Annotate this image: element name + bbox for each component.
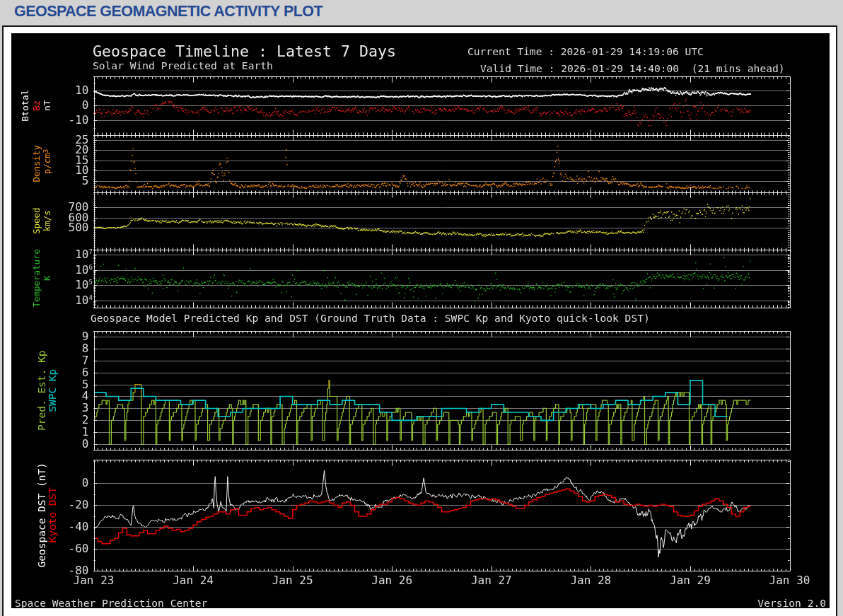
axis-label-km-s: km/s: [42, 210, 52, 231]
y-tick-label: 105: [40, 279, 89, 291]
y-tick-label: -10: [40, 115, 89, 126]
axis-label-temperature: Temperature: [33, 249, 42, 308]
x-tick-label: Jan 23: [62, 575, 126, 586]
plot-subtitle: Solar Wind Predicted at Earth: [93, 60, 273, 71]
x-tick-label: Jan 24: [161, 575, 225, 586]
y-tick-label: 106: [40, 265, 89, 276]
x-tick-label: Jan 27: [460, 575, 523, 586]
y-tick-label: 0: [40, 438, 89, 450]
x-tick-label: Jan 26: [360, 575, 424, 586]
plot-title: Geospace Timeline : Latest 7 Days: [93, 43, 396, 60]
page: {"page":{"header_title":"GEOSPACE GEOMAG…: [0, 0, 843, 616]
axis-label-p-cm-: p/cm3: [42, 153, 52, 174]
axis-label-bz: Bz: [33, 100, 42, 111]
y-tick-label: 10: [40, 85, 89, 96]
valid-time: Valid Time : 2026-01-29 14:40:00 (21 min…: [480, 63, 785, 74]
content-box: Geospace Timeline : Latest 7 Days Solar …: [2, 25, 837, 616]
axis-label-swpc-kp: SWPC Kp: [47, 368, 58, 412]
current-time: Current Time : 2026-01-29 14:19:06 UTC: [467, 46, 704, 57]
geospace-plot: Geospace Timeline : Latest 7 Days Solar …: [11, 33, 830, 608]
axis-label-pred-est-kp: Pred. Est. Kp: [37, 350, 47, 431]
x-tick-label: Jan 29: [658, 575, 722, 586]
page-title: GEOSPACE GEOMAGNETIC ACTIVITY PLOT: [14, 3, 322, 21]
x-tick-label: Jan 28: [559, 575, 622, 586]
x-tick-label: Jan 25: [261, 575, 325, 586]
axis-label-k: K: [42, 276, 52, 281]
axis-label-geospace-dst-nt-: Geospace DST (nT): [37, 463, 47, 567]
axis-label-btotal: Btotal: [21, 90, 30, 122]
axis-label-nt: nT: [43, 100, 52, 111]
axis-label-density: Density: [33, 145, 42, 182]
x-tick-label: Jan 30: [758, 575, 822, 586]
y-tick-label: 9: [40, 331, 89, 342]
footer-version: Version 2.0: [757, 598, 826, 609]
y-tick-label: 104: [40, 295, 89, 306]
y-tick-label: 107: [40, 249, 89, 260]
axis-label-kyoto-dst: Kyoto DST: [47, 487, 58, 543]
footer-credit: Space Weather Prediction Center: [15, 598, 207, 609]
section2-title: Geospace Model Predicted Kp and DST (Gro…: [91, 313, 650, 324]
page-header: GEOSPACE GEOMAGNETIC ACTIVITY PLOT: [0, 0, 843, 24]
y-tick-label: 5: [40, 175, 89, 187]
axis-label-speed: Speed: [33, 207, 42, 234]
